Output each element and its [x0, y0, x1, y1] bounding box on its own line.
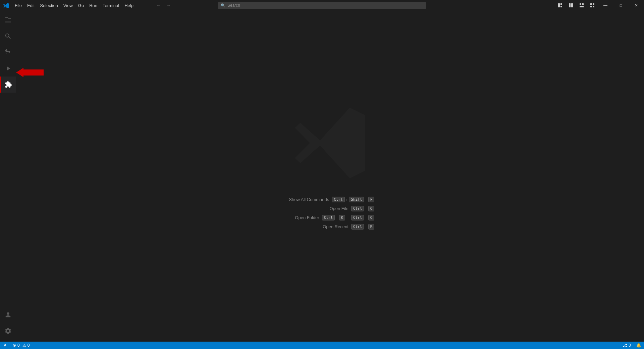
layout-icon-3[interactable]: [576, 0, 587, 11]
open-recent-label: Open Recent: [315, 224, 348, 229]
shortcut-open-folder: Open Folder Ctrl + K Ctrl + O: [286, 215, 375, 220]
status-source-control[interactable]: ⎇ 0: [620, 342, 634, 349]
show-commands-label: Show All Commands: [289, 197, 329, 202]
layout-icon-4[interactable]: [587, 0, 598, 11]
shortcut-open-recent: Open Recent Ctrl + R: [315, 224, 375, 230]
nav-forward-button[interactable]: →: [164, 1, 173, 9]
kbd-ctrl-4: Ctrl: [351, 215, 364, 220]
search-icon: 🔍: [221, 3, 225, 8]
menu-selection[interactable]: Selection: [37, 0, 60, 11]
open-file-label: Open File: [315, 206, 348, 211]
show-commands-keys: Ctrl + Shift + P: [332, 197, 374, 202]
kbd-ctrl-3: Ctrl: [322, 215, 335, 220]
activity-search[interactable]: [0, 28, 16, 44]
maximize-button[interactable]: □: [613, 0, 629, 11]
layout-icon-2[interactable]: [566, 0, 576, 11]
status-remote[interactable]: ✗: [0, 342, 10, 349]
remote-icon: ✗: [3, 343, 7, 348]
menu-file[interactable]: File: [12, 0, 24, 11]
activity-extensions[interactable]: [0, 77, 16, 93]
svg-rect-7: [580, 6, 584, 7]
open-folder-label: Open Folder: [286, 215, 319, 220]
activity-source-control[interactable]: [0, 44, 16, 60]
menu-go[interactable]: Go: [75, 0, 87, 11]
activity-settings[interactable]: [0, 323, 16, 339]
svg-rect-9: [593, 3, 594, 5]
activity-explorer[interactable]: [0, 12, 16, 28]
kbd-ctrl-2: Ctrl: [351, 206, 364, 211]
notifications-icon: 🔔: [636, 343, 641, 348]
title-bar: File Edit Selection View Go Run Terminal…: [0, 0, 644, 11]
vscode-watermark-logo: [290, 103, 370, 183]
close-button[interactable]: ✕: [629, 0, 644, 11]
status-right: ⎇ 0 🔔: [620, 342, 644, 349]
kbd-k: K: [339, 215, 345, 220]
shortcut-open-file: Open File Ctrl + O: [315, 206, 375, 211]
shortcut-show-commands: Show All Commands Ctrl + Shift + P: [289, 197, 374, 202]
svg-rect-10: [590, 6, 592, 7]
global-search-bar[interactable]: 🔍 Search: [218, 2, 426, 9]
welcome-center: Show All Commands Ctrl + Shift + P Open …: [286, 103, 375, 230]
main-layout: Show All Commands Ctrl + Shift + P Open …: [0, 11, 644, 342]
layout-icon-1[interactable]: [555, 0, 566, 11]
error-count: 0: [17, 343, 20, 348]
svg-rect-2: [560, 6, 562, 7]
minimize-button[interactable]: —: [598, 0, 613, 11]
activity-bar: [0, 11, 16, 342]
shortcuts-list: Show All Commands Ctrl + Shift + P Open …: [286, 197, 375, 230]
menu-help[interactable]: Help: [122, 0, 136, 11]
svg-rect-3: [569, 3, 571, 7]
nav-back-button[interactable]: ←: [154, 1, 163, 9]
kbd-p: P: [368, 197, 375, 202]
activity-account[interactable]: [0, 307, 16, 323]
window-controls: — □ ✕: [555, 0, 644, 11]
app-logo: [3, 2, 9, 9]
search-placeholder-text: Search: [227, 3, 240, 8]
svg-rect-1: [560, 3, 562, 5]
kbd-o-1: O: [368, 206, 375, 211]
svg-rect-5: [580, 3, 581, 5]
error-icon: ⊗: [13, 343, 16, 348]
menu-bar: File Edit Selection View Go Run Terminal…: [0, 0, 136, 11]
kbd-shift-1: Shift: [349, 197, 364, 202]
menu-view[interactable]: View: [61, 0, 75, 11]
status-errors[interactable]: ⊗ 0 ⚠ 0: [10, 342, 32, 349]
content-area: Show All Commands Ctrl + Shift + P Open …: [16, 11, 644, 342]
source-control-count: 0: [629, 343, 631, 348]
svg-rect-6: [582, 3, 584, 5]
warning-icon: ⚠: [22, 343, 26, 348]
svg-rect-11: [593, 6, 594, 7]
kbd-o-2: O: [368, 215, 375, 220]
activity-run-debug[interactable]: [0, 60, 16, 77]
open-folder-keys: Ctrl + K Ctrl + O: [322, 215, 375, 220]
warning-count: 0: [28, 343, 30, 348]
kbd-ctrl-5: Ctrl: [351, 224, 364, 230]
activity-bottom: [0, 307, 16, 342]
svg-rect-8: [590, 3, 592, 5]
svg-rect-4: [571, 3, 573, 7]
menu-run[interactable]: Run: [87, 0, 100, 11]
status-left: ✗ ⊗ 0 ⚠ 0: [0, 342, 32, 349]
source-control-icon: ⎇: [623, 343, 627, 348]
status-bar: ✗ ⊗ 0 ⚠ 0 ⎇ 0 🔔: [0, 342, 644, 349]
svg-rect-0: [558, 3, 560, 7]
open-file-keys: Ctrl + O: [351, 206, 375, 211]
kbd-ctrl-1: Ctrl: [332, 197, 345, 202]
open-recent-keys: Ctrl + R: [351, 224, 375, 230]
menu-edit[interactable]: Edit: [24, 0, 37, 11]
menu-terminal[interactable]: Terminal: [100, 0, 122, 11]
status-notifications[interactable]: 🔔: [634, 342, 644, 349]
kbd-r: R: [368, 224, 375, 230]
